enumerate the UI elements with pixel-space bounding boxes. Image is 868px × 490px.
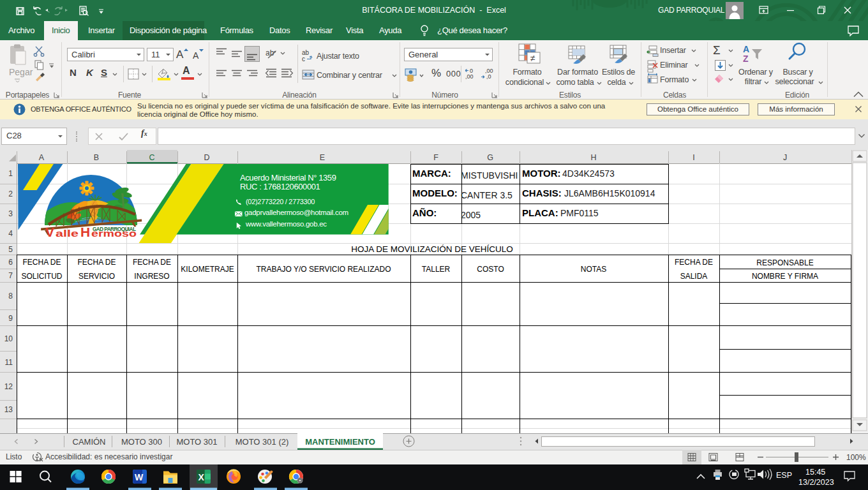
svg-text:SERVICIO: SERVICIO [79,272,115,281]
svg-text:W: W [135,472,144,482]
svg-text:MANTENIMIENTO: MANTENIMIENTO [305,437,375,447]
svg-text:12: 12 [4,382,13,391]
svg-text:gadprvallehermoso@hotmail.com: gadprvallehermoso@hotmail.com [244,209,348,216]
svg-text:A: A [39,153,45,162]
svg-text:2005: 2005 [461,210,481,220]
svg-text:5: 5 [8,245,13,254]
svg-text:MOTO 300: MOTO 300 [121,437,162,447]
svg-text:7: 7 [8,271,13,280]
svg-text:J: J [783,153,787,162]
svg-text:MOTOR:: MOTOR: [522,168,561,179]
svg-text:MISTUBVISHI: MISTUBVISHI [461,170,518,181]
svg-text:MOTO 301 (2): MOTO 301 (2) [236,437,289,447]
svg-text:FECHA DE: FECHA DE [77,258,116,267]
svg-text:MOTO 301: MOTO 301 [176,437,217,447]
svg-text:RUC : 1768120600001: RUC : 1768120600001 [240,182,320,191]
svg-text:AÑO:: AÑO: [412,207,437,218]
svg-text:www.vallehermoso.gob.ec: www.vallehermoso.gob.ec [245,220,327,228]
svg-text:CHASIS:: CHASIS: [522,188,562,198]
svg-text:COSTO: COSTO [477,265,504,274]
svg-text:,00: ,00 [465,73,474,80]
svg-text:RESPONSABLE: RESPONSABLE [756,258,813,267]
svg-text:c: c [302,56,305,62]
svg-text:HOJA DE MOVILIZACIÓN DE VEHÍCU: HOJA DE MOVILIZACIÓN DE VEHÍCULO [351,244,513,254]
svg-text:≠: ≠ [530,53,535,63]
svg-text:100%: 100% [846,453,866,462]
svg-text:1: 1 [8,169,13,178]
svg-text:JL6AMB6H15K010914: JL6AMB6H15K010914 [564,188,655,198]
svg-text:,0: ,0 [486,73,491,80]
svg-text:15:45: 15:45 [805,468,825,477]
svg-text:TRABAJO Y/O SERVICIO REALIZADO: TRABAJO Y/O SERVICIO REALIZADO [257,265,391,274]
svg-text:TALLER: TALLER [422,265,451,274]
svg-text:G: G [487,153,493,162]
svg-text:(02)2773220 / 2773300: (02)2773220 / 2773300 [246,198,315,205]
svg-text:D: D [204,153,209,162]
svg-text:C: C [149,153,154,162]
svg-text:2: 2 [8,189,13,198]
svg-text:alle: alle [56,228,79,239]
svg-text:Pegar: Pegar [9,67,33,77]
svg-text:4D34K24573: 4D34K24573 [562,168,615,179]
svg-text:9: 9 [8,314,13,323]
svg-text:NOTAS: NOTAS [581,265,606,274]
svg-text:INGRESO: INGRESO [134,272,169,281]
svg-text:SALIDA: SALIDA [680,272,708,281]
svg-text:ermoso: ermoso [91,228,137,239]
svg-text:MARCA:: MARCA: [412,168,451,179]
svg-text:MODELO:: MODELO: [412,188,458,198]
svg-text:8: 8 [8,292,13,301]
svg-text:F: F [433,153,438,162]
svg-text:H: H [590,153,596,162]
svg-text:CANTER 3.5: CANTER 3.5 [461,190,513,200]
svg-text:10: 10 [4,334,13,343]
svg-text:FECHA DE: FECHA DE [133,258,171,267]
svg-text:13/2/2023: 13/2/2023 [798,478,834,487]
svg-text:Acuerdo Ministerial N° 1359: Acuerdo Ministerial N° 1359 [240,173,336,182]
svg-text:PLACA:: PLACA: [522,207,558,218]
svg-text:3: 3 [8,209,13,218]
svg-text:X: X [198,472,205,482]
svg-text:CAMIÓN: CAMIÓN [73,437,106,447]
svg-text:6: 6 [8,258,13,267]
svg-text:Z: Z [743,54,749,64]
svg-text:V: V [45,225,54,239]
svg-text:PMF0115: PMF0115 [560,208,599,218]
svg-text:ESP: ESP [776,471,792,480]
svg-text:FECHA DE: FECHA DE [22,258,61,267]
svg-text:11: 11 [5,358,13,367]
svg-text:E: E [320,153,325,162]
svg-text:NOMBRE Y FIRMA: NOMBRE Y FIRMA [752,272,818,281]
svg-text:FECHA DE: FECHA DE [675,258,713,267]
svg-text:A: A [743,44,749,54]
svg-text:H: H [80,225,90,239]
svg-text:B: B [94,153,99,162]
svg-text:4: 4 [8,229,13,238]
svg-text:SOLICITUD: SOLICITUD [21,272,62,281]
svg-text:KILOMETRAJE: KILOMETRAJE [181,265,234,274]
svg-text:13: 13 [4,405,13,414]
svg-text:I: I [692,153,694,162]
